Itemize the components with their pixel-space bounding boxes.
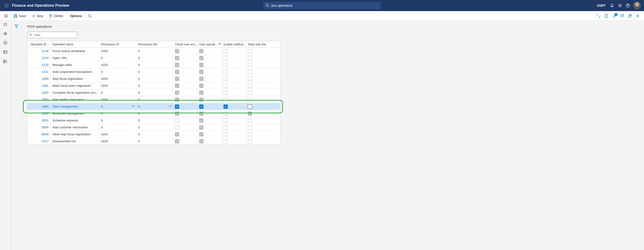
company-code[interactable]: USRT: [597, 4, 606, 8]
options-button[interactable]: Options: [67, 11, 85, 20]
svg-point-7: [6, 7, 7, 7]
search-icon: [265, 4, 269, 8]
new-label: New: [37, 14, 43, 18]
attachments-badge: 0: [614, 13, 618, 16]
avatar[interactable]: [633, 2, 641, 9]
find-button[interactable]: [86, 11, 94, 20]
bell-icon[interactable]: [610, 3, 614, 8]
svg-point-8: [8, 7, 8, 7]
gear-icon[interactable]: [618, 3, 622, 8]
delete-button[interactable]: Delete: [46, 11, 66, 20]
app-header: Finance and Operations Preview USRT: [0, 0, 644, 11]
options-label: Options: [70, 14, 82, 18]
svg-line-10: [268, 6, 269, 7]
global-search: [263, 2, 381, 9]
new-button[interactable]: New: [29, 11, 46, 20]
divider: [66, 13, 66, 19]
close-icon[interactable]: [634, 14, 642, 18]
svg-rect-19: [14, 16, 16, 17]
popout-icon[interactable]: [626, 14, 634, 18]
svg-line-23: [90, 17, 91, 18]
svg-point-4: [6, 5, 7, 6]
svg-rect-18: [15, 14, 16, 16]
app-title: Finance and Operations Preview: [12, 4, 69, 8]
svg-point-2: [8, 4, 8, 4]
save-label: Save: [19, 14, 26, 18]
header-right: USRT: [597, 2, 642, 9]
attachments-icon[interactable]: 0: [610, 14, 618, 18]
office-icon[interactable]: [602, 14, 610, 18]
connector-icon[interactable]: [594, 14, 602, 18]
svg-point-5: [8, 5, 8, 6]
svg-point-1: [6, 4, 7, 4]
divider: [10, 13, 10, 19]
help-icon[interactable]: [626, 3, 630, 8]
refresh-icon[interactable]: [618, 14, 626, 18]
action-bar: Save New Delete Options 0: [0, 11, 644, 21]
app-launcher-icon[interactable]: [2, 4, 11, 8]
svg-point-11: [620, 5, 621, 6]
svg-point-0: [5, 4, 5, 4]
divider: [85, 13, 86, 19]
svg-point-6: [5, 7, 5, 7]
svg-point-3: [5, 5, 5, 6]
nav-toggle-icon[interactable]: [2, 14, 10, 18]
svg-point-13: [628, 6, 628, 7]
delete-label: Delete: [54, 14, 63, 18]
search-input[interactable]: [263, 2, 381, 9]
save-button[interactable]: Save: [11, 11, 29, 20]
